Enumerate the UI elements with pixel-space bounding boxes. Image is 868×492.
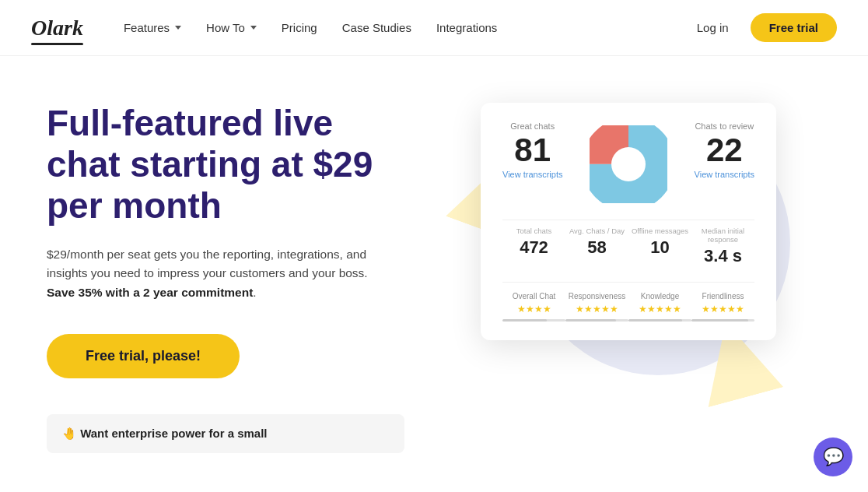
- rating-overall: Overall Chat ★★★★: [502, 292, 565, 322]
- free-trial-nav-button[interactable]: Free trial: [751, 13, 837, 42]
- hero-description: $29/month per seat gets you the reportin…: [47, 245, 404, 303]
- rating-overall-fill: [502, 319, 547, 322]
- chats-to-review-link[interactable]: View transcripts: [695, 170, 754, 179]
- pie-center: [611, 147, 646, 181]
- great-chats-link[interactable]: View transcripts: [502, 170, 562, 179]
- nav-item-case-studies[interactable]: Case Studies: [333, 16, 421, 39]
- total-chats-label: Total chats: [502, 227, 565, 235]
- offline-messages-value: 10: [650, 237, 669, 257]
- median-response-stat: Median initial response 3.4 s: [691, 227, 754, 266]
- avg-chats-label: Avg. Chats / Day: [565, 227, 628, 235]
- rating-responsiveness-bar: [565, 319, 628, 322]
- nav-link-howto[interactable]: How To: [197, 16, 266, 39]
- median-response-value: 3.4 s: [704, 246, 742, 265]
- chats-to-review-block: Chats to review 22 View transcripts: [695, 121, 754, 179]
- enterprise-banner[interactable]: 🤚 Want enterprise power for a small: [47, 414, 404, 453]
- rating-responsiveness-stars: ★★★★★: [565, 304, 628, 315]
- logo[interactable]: Olark: [31, 16, 83, 40]
- avg-chats-value: 58: [587, 237, 606, 257]
- rating-friendliness-label: Friendliness: [691, 292, 754, 300]
- great-chats-value: 81: [502, 134, 562, 167]
- card-top-stats: Great chats 81 View transcripts Chats to…: [502, 121, 754, 207]
- rating-friendliness-stars: ★★★★★: [691, 304, 754, 315]
- rating-overall-stars: ★★★★: [502, 304, 565, 315]
- nav-item-integrations[interactable]: Integrations: [427, 16, 506, 39]
- nav-link-case-studies[interactable]: Case Studies: [333, 16, 421, 39]
- nav-link-integrations[interactable]: Integrations: [427, 16, 506, 39]
- rating-friendliness-bar: [691, 319, 754, 322]
- nav-item-pricing[interactable]: Pricing: [272, 16, 327, 39]
- rating-knowledge-bar: [628, 319, 691, 322]
- pie-chart: [586, 121, 671, 207]
- hero-title: Full-featured live chat starting at $29 …: [47, 103, 404, 227]
- hero-right: Great chats 81 View transcripts Chats to…: [436, 95, 821, 430]
- great-chats-label: Great chats: [502, 121, 562, 131]
- chat-icon: 💬: [823, 447, 844, 467]
- rating-overall-label: Overall Chat: [502, 292, 565, 300]
- nav-item-howto[interactable]: How To: [197, 16, 266, 39]
- total-chats-stat: Total chats 472: [502, 227, 565, 266]
- navbar: Olark Features How To Pricing Case Studi…: [0, 0, 868, 56]
- avg-chats-stat: Avg. Chats / Day 58: [565, 227, 628, 266]
- login-button[interactable]: Log in: [688, 16, 738, 39]
- hero-section: Full-featured live chat starting at $29 …: [0, 56, 868, 430]
- rating-friendliness: Friendliness ★★★★★: [691, 292, 754, 322]
- rating-knowledge-label: Knowledge: [628, 292, 691, 300]
- chat-widget-button[interactable]: 💬: [814, 438, 852, 476]
- rating-responsiveness: Responsiveness ★★★★★: [565, 292, 628, 322]
- rating-friendliness-fill: [691, 319, 748, 322]
- total-chats-value: 472: [520, 237, 548, 257]
- rating-overall-bar: [502, 319, 565, 322]
- cta-button[interactable]: Free trial, please!: [47, 334, 240, 378]
- chats-to-review-label: Chats to review: [695, 121, 754, 131]
- rating-responsiveness-fill: [565, 319, 616, 322]
- card-bottom-stats: Total chats 472 Avg. Chats / Day 58 Offl…: [502, 220, 754, 266]
- hero-left: Full-featured live chat starting at $29 …: [47, 95, 404, 378]
- chevron-down-icon: [250, 26, 257, 30]
- rating-responsiveness-label: Responsiveness: [565, 292, 628, 300]
- chevron-down-icon: [175, 26, 181, 30]
- nav-item-features[interactable]: Features: [114, 16, 191, 39]
- chats-to-review-value: 22: [695, 134, 754, 167]
- nav-right: Log in Free trial: [688, 13, 837, 42]
- rating-knowledge-fill: [628, 319, 682, 322]
- nav-link-pricing[interactable]: Pricing: [272, 16, 327, 39]
- ratings-section: Overall Chat ★★★★ Responsiveness ★★★★★ K…: [502, 282, 754, 322]
- dashboard-card: Great chats 81 View transcripts Chats to…: [481, 103, 776, 340]
- offline-messages-label: Offline messages: [628, 227, 691, 235]
- median-response-label: Median initial response: [691, 227, 754, 244]
- great-chats-block: Great chats 81 View transcripts: [502, 121, 562, 179]
- hero-save-text: Save 35% with a 2 year commitment: [47, 286, 253, 299]
- nav-links: Features How To Pricing Case Studies Int…: [114, 16, 688, 39]
- rating-knowledge-stars: ★★★★★: [628, 304, 691, 315]
- nav-link-features[interactable]: Features: [114, 16, 191, 39]
- rating-knowledge: Knowledge ★★★★★: [628, 292, 691, 322]
- offline-messages-stat: Offline messages 10: [628, 227, 691, 266]
